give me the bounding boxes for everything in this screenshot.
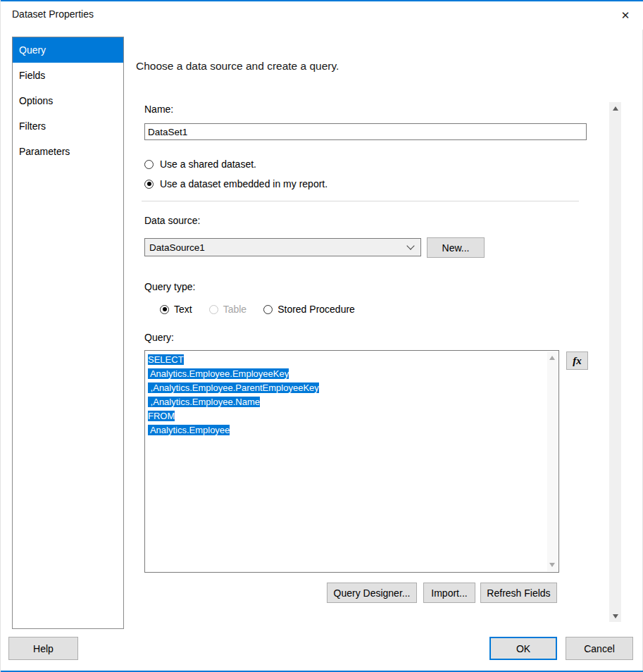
querytype-text-radio[interactable]	[160, 305, 169, 314]
query-line-text: SELECT	[148, 354, 184, 365]
cancel-button[interactable]: Cancel	[566, 637, 633, 660]
embedded-dataset-option[interactable]: Use a dataset embedded in my report.	[144, 178, 327, 189]
querytype-radio-group: Text Table Stored Procedure	[160, 304, 355, 315]
query-line-text: Analytics.Employee	[148, 425, 230, 435]
querytype-table-radio	[209, 305, 218, 314]
sidebar-item-filters[interactable]: Filters	[13, 113, 123, 139]
refresh-fields-button[interactable]: Refresh Fields	[480, 583, 557, 603]
new-datasource-button[interactable]: New...	[427, 237, 485, 258]
querytype-storedproc-label: Stored Procedure	[277, 304, 355, 315]
query-line: ,Analytics.Employee.ParentEmployeeKey	[148, 381, 544, 395]
query-line: Analytics.Employee	[148, 423, 544, 437]
window-title: Dataset Properties	[12, 8, 94, 20]
ok-button[interactable]: OK	[489, 637, 557, 660]
sidebar-item-fields[interactable]: Fields	[13, 63, 123, 88]
datasource-value: DataSource1	[149, 242, 408, 253]
chevron-down-icon	[406, 242, 414, 249]
query-line-text: ,Analytics.Employee.Name	[148, 397, 260, 407]
help-button[interactable]: Help	[8, 637, 78, 660]
query-line: ,Analytics.Employee.Name	[148, 395, 544, 409]
datasource-label: Data source:	[144, 215, 200, 226]
expression-fx-button[interactable]: fx	[566, 351, 588, 370]
querytype-option-stored-procedure[interactable]: Stored Procedure	[263, 304, 355, 315]
scroll-down-icon[interactable]	[609, 610, 621, 622]
sidebar-item-options[interactable]: Options	[13, 88, 123, 113]
import-button[interactable]: Import...	[423, 583, 475, 603]
scroll-down-icon[interactable]	[549, 563, 555, 567]
embedded-dataset-radio[interactable]	[144, 180, 154, 189]
scroll-up-icon[interactable]	[549, 356, 555, 360]
query-line: SELECT	[148, 353, 544, 367]
query-designer-button[interactable]: Query Designer...	[327, 583, 417, 603]
query-label: Query:	[144, 332, 174, 343]
query-line-text: Analytics.Employee.EmployeeKey	[148, 368, 289, 379]
querytype-option-text[interactable]: Text	[160, 304, 192, 315]
datasource-select[interactable]: DataSource1	[144, 238, 421, 256]
name-label: Name:	[144, 104, 173, 115]
querytype-text-label: Text	[174, 304, 192, 315]
query-scrollbar[interactable]	[547, 351, 558, 571]
embedded-dataset-label: Use a dataset embedded in my report.	[160, 178, 327, 189]
content-scrollbar[interactable]	[609, 102, 621, 622]
query-line: FROM	[148, 409, 544, 423]
shared-dataset-option[interactable]: Use a shared dataset.	[144, 158, 256, 170]
querytype-storedproc-radio[interactable]	[263, 305, 273, 314]
close-icon[interactable]: ✕	[616, 6, 635, 25]
querytype-option-table: Table	[209, 304, 246, 315]
sidebar-item-query[interactable]: Query	[13, 37, 123, 63]
scroll-up-icon[interactable]	[609, 102, 621, 114]
query-line: Analytics.Employee.EmployeeKey	[148, 367, 544, 381]
section-divider	[142, 201, 579, 201]
querytype-label: Query type:	[144, 281, 195, 292]
shared-dataset-radio[interactable]	[144, 160, 154, 169]
title-bar: Dataset Properties ✕	[1, 1, 643, 30]
shared-dataset-label: Use a shared dataset.	[160, 158, 256, 170]
sidebar: Query Fields Options Filters Parameters	[12, 37, 124, 629]
page-title: Choose a data source and create a query.	[136, 60, 339, 73]
dataset-properties-dialog: Dataset Properties ✕ Query Fields Option…	[0, 0, 643, 672]
querytype-table-label: Table	[223, 304, 246, 315]
dataset-name-input[interactable]	[144, 123, 587, 140]
query-line-text: ,Analytics.Employee.ParentEmployeeKey	[148, 382, 319, 393]
sidebar-item-parameters[interactable]: Parameters	[13, 139, 123, 164]
query-editor[interactable]: SELECT Analytics.Employee.EmployeeKey ,A…	[144, 350, 559, 573]
query-line-text: FROM	[148, 411, 175, 421]
